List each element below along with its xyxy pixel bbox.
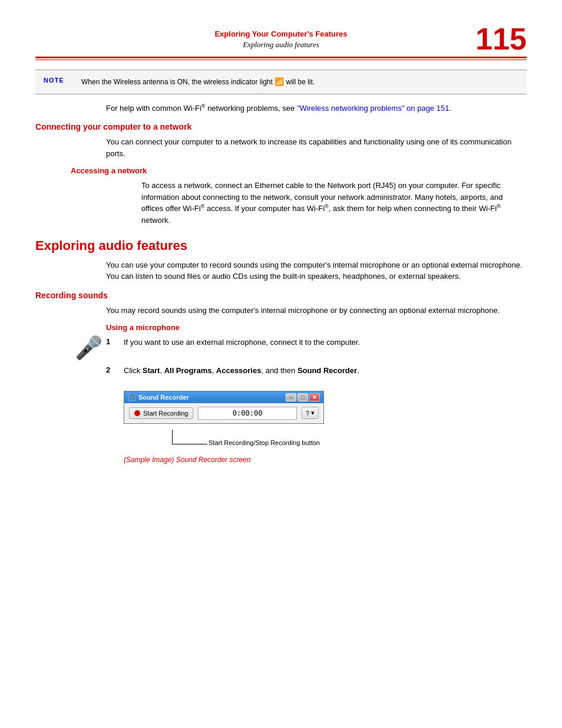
- sound-recorder-window: 🎵 Sound Recorder – □ ✕ Start: [124, 391, 324, 424]
- recording-sounds-heading: Recording sounds: [35, 291, 527, 300]
- record-dot-icon: [134, 410, 140, 416]
- recorder-body: Start Recording 0:00:00 ? ▾: [124, 403, 323, 423]
- recording-sounds-para: You may record sounds using the computer…: [106, 305, 527, 317]
- main-content: For help with common Wi-Fi® networking p…: [0, 103, 562, 464]
- help-button[interactable]: ? ▾: [302, 407, 319, 419]
- header-subtitle: Exploring audio features: [47, 40, 515, 50]
- titlebar-buttons: – □ ✕: [286, 393, 320, 401]
- help-icon: ?: [306, 410, 309, 417]
- step-2-row: 2 Click Start, All Programs, Accessories…: [71, 365, 527, 377]
- sample-image-caption: (Sample Image) Sound Recorder screen: [124, 456, 527, 464]
- header-title: Exploring Your Computer's Features: [214, 29, 347, 38]
- exploring-audio-para: You can use your computer to record soun…: [106, 259, 527, 282]
- callout-area: Start Recording/Stop Recording button: [124, 430, 527, 453]
- using-microphone-heading: Using a microphone: [106, 323, 527, 332]
- start-recording-label: Start Recording: [143, 410, 188, 417]
- note-box: NOTE When the Wireless antenna is ON, th…: [35, 70, 527, 94]
- screenshot-container: 🎵 Sound Recorder – □ ✕ Start: [124, 391, 324, 424]
- start-label: Start: [143, 366, 160, 375]
- accessing-para: To access a network, connect an Ethernet…: [141, 180, 527, 226]
- page-number: 115: [475, 24, 527, 54]
- microphone-icon-col: 🎤: [71, 337, 106, 359]
- intro-paragraph: For help with common Wi-Fi® networking p…: [106, 103, 527, 114]
- step-1-number: 1: [106, 337, 124, 346]
- header-rule-top: [35, 57, 527, 58]
- wifi-indicator-icon: 📶: [275, 77, 284, 86]
- recorder-app-icon: 🎵: [128, 393, 136, 401]
- step-2-content: Click Start, All Programs, Accessories, …: [124, 365, 527, 377]
- exploring-audio-heading: Exploring audio features: [35, 238, 527, 253]
- recorder-titlebar: 🎵 Sound Recorder – □ ✕: [124, 391, 323, 403]
- accessing-heading: Accessing a network: [71, 166, 527, 175]
- close-button[interactable]: ✕: [309, 393, 320, 401]
- microphone-icon: 🎤: [75, 337, 103, 359]
- recorder-title: Sound Recorder: [138, 394, 189, 401]
- connecting-para: You can connect your computer to a netwo…: [106, 136, 527, 159]
- minimize-button[interactable]: –: [286, 393, 296, 401]
- step-1-row: 🎤 1 If you want to use an external micro…: [71, 337, 527, 359]
- connecting-heading: Connecting your computer to a network: [35, 122, 527, 131]
- header-rule-bottom: [35, 60, 527, 60]
- wireless-link[interactable]: "Wireless networking problems" on page 1…: [297, 104, 449, 113]
- start-recording-button[interactable]: Start Recording: [129, 407, 193, 419]
- maximize-button[interactable]: □: [297, 393, 308, 401]
- sound-recorder-label: Sound Recorder: [297, 366, 357, 375]
- using-microphone-section: Using a microphone 🎤 1 If you want to us…: [71, 323, 527, 464]
- note-label: NOTE: [44, 76, 72, 84]
- step-1-content: If you want to use an external microphon…: [124, 337, 527, 348]
- time-display: 0:00:00: [198, 407, 296, 420]
- all-programs-label: All Programs: [164, 366, 212, 375]
- callout-line: [172, 430, 173, 444]
- accessories-label: Accessories: [216, 366, 262, 375]
- note-text: When the Wireless antenna is ON, the wir…: [81, 76, 315, 88]
- callout-horiz-line: [172, 444, 207, 444]
- step-2-number: 2: [106, 365, 124, 374]
- callout-label: Start Recording/Stop Recording button: [209, 439, 320, 446]
- help-dropdown-icon: ▾: [311, 409, 315, 417]
- page-container: Exploring Your Computer's Features 115 E…: [0, 0, 562, 728]
- page-header: Exploring Your Computer's Features 115 E…: [0, 24, 562, 53]
- titlebar-left: 🎵 Sound Recorder: [128, 393, 189, 401]
